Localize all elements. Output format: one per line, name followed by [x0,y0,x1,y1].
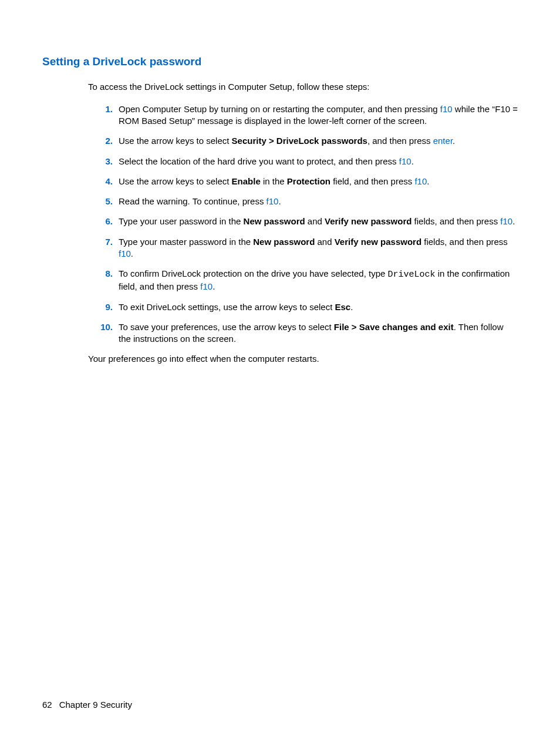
step-number: 7. [96,236,113,248]
step-text: To confirm DriveLock protection on the d… [119,268,518,293]
step-2: 2. Use the arrow keys to select Security… [96,135,518,147]
step-number: 2. [96,135,113,147]
field-new-password: New password [244,216,305,226]
intro-text: To access the DriveLock settings in Comp… [88,81,518,93]
step-number: 5. [96,196,113,207]
text: . [350,302,353,312]
text: Type your user password in the [119,216,244,226]
key-enter: enter [433,136,453,146]
text: in the [261,176,287,186]
text: . [512,216,515,226]
step-9: 9. To exit DriveLock settings, use the a… [96,301,518,313]
section-heading: Setting a DriveLock password [42,54,518,69]
page-footer: 62Chapter 9 Security [42,699,132,711]
option-enable: Enable [232,176,261,186]
key-esc: Esc [335,302,351,312]
text: . [131,248,133,258]
text: . [427,176,429,186]
text: Type your master password in the [119,237,253,247]
key-f10: f10 [399,156,411,166]
text: Open Computer Setup by turning on or res… [119,104,440,114]
step-text: Use the arrow keys to select Enable in t… [119,176,518,187]
step-text: Select the location of the hard drive yo… [119,156,518,167]
step-8: 8. To confirm DriveLock protection on th… [96,268,518,293]
text: and [315,237,334,247]
chapter-label: Chapter 9 Security [59,700,132,710]
step-text: To exit DriveLock settings, use the arro… [119,301,518,313]
step-1: 1. Open Computer Setup by turning on or … [96,103,518,127]
step-text: Open Computer Setup by turning on or res… [119,103,518,127]
text: , and then press [367,136,433,146]
step-text: Read the warning. To continue, press f10… [119,196,518,207]
step-number: 1. [96,103,113,115]
key-f10: f10 [200,281,212,291]
step-5: 5. Read the warning. To continue, press … [96,196,518,207]
step-text: To save your preferences, use the arrow … [119,321,518,345]
step-text: Type your master password in the New pas… [119,236,518,260]
text: . [453,136,455,146]
step-7: 7. Type your master password in the New … [96,236,518,260]
step-text: Use the arrow keys to select Security > … [119,135,518,147]
text: To exit DriveLock settings, use the arro… [119,302,335,312]
step-3: 3. Select the location of the hard drive… [96,156,518,167]
step-number: 10. [96,321,113,333]
step-6: 6. Type your user password in the New pa… [96,216,518,227]
step-text: Type your user password in the New passw… [119,216,518,227]
field-new-password: New password [253,237,315,247]
page-number: 62 [42,700,52,710]
outro-text: Your preferences go into effect when the… [88,353,518,365]
text: field, and then press [330,176,414,186]
key-f10: f10 [500,216,512,226]
field-verify-password: Verify new password [325,216,411,226]
field-verify-password: Verify new password [335,237,421,247]
key-f10: f10 [414,176,427,186]
step-10: 10. To save your preferences, use the ar… [96,321,518,345]
text: Use the arrow keys to select [119,136,232,146]
text: To save your preferences, use the arrow … [119,322,334,332]
text: fields, and then press [411,216,500,226]
step-4: 4. Use the arrow keys to select Enable i… [96,176,518,187]
text: To confirm DriveLock protection on the d… [119,268,388,278]
code-drivelock: DriveLock [388,270,436,280]
text: and [305,216,325,226]
text: Read the warning. To continue, press [119,196,266,206]
text: . [278,196,281,206]
step-number: 4. [96,176,113,187]
step-number: 8. [96,268,113,280]
text: Select the location of the hard drive yo… [119,156,399,166]
step-number: 9. [96,301,113,313]
step-number: 3. [96,156,113,167]
page-body: Setting a DriveLock password To access t… [0,0,560,365]
key-f10: f10 [266,196,279,206]
key-f10: f10 [119,248,131,258]
text: . [411,156,414,166]
text: . [212,281,215,291]
text: Use the arrow keys to select [119,176,232,186]
field-protection: Protection [287,176,330,186]
step-number: 6. [96,216,113,227]
key-f10: f10 [440,104,453,114]
text: fields, and then press [421,237,508,247]
menu-path: Security > DriveLock passwords [232,136,367,146]
menu-path: File > Save changes and exit [334,322,454,332]
